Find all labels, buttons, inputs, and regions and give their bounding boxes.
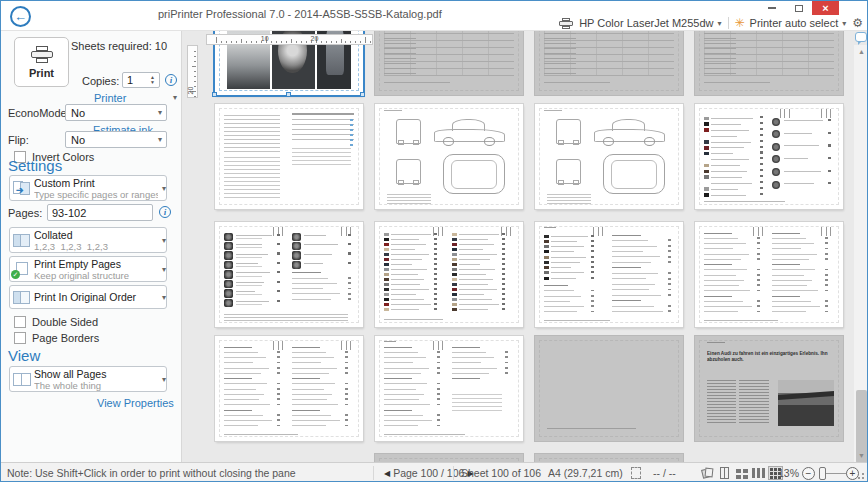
ruler-label: 20 [187, 86, 194, 94]
view-mode-combo[interactable]: Show all Pages The whole thing ▾ [9, 366, 167, 392]
page-thumbnail[interactable] [535, 222, 683, 327]
page-art [743, 469, 748, 473]
minimize-button[interactable] [758, 1, 785, 15]
page-art [711, 195, 746, 196]
pages-info-icon[interactable]: i [159, 206, 171, 218]
ruler-tick [336, 41, 337, 43]
ruler-tick [194, 81, 196, 82]
print-mode-combo[interactable]: ➔ Custom Print Type specific pages or ra… [9, 175, 167, 201]
book-view-icon[interactable] [701, 467, 714, 479]
multi-column-view-icon[interactable] [752, 467, 765, 479]
double-sided-checkbox[interactable]: Double Sided [14, 316, 98, 328]
vertical-scrollbar[interactable]: ▲ ▼ [854, 45, 868, 462]
economode-select[interactable]: No ▾ [65, 104, 167, 121]
page-art [505, 362, 508, 364]
page-thumbnail[interactable] [695, 104, 843, 209]
page-art [292, 261, 301, 269]
page-thumbnail[interactable] [375, 104, 523, 209]
page-thumbnail[interactable] [375, 31, 523, 95]
page-art [757, 468, 760, 478]
close-button[interactable]: × [812, 1, 839, 15]
page-art [774, 472, 777, 475]
page-art [345, 367, 348, 369]
page-art [544, 82, 611, 83]
page-thumbnail[interactable] [695, 31, 843, 95]
page-art [341, 341, 342, 349]
scroll-down-icon[interactable]: ▼ [854, 449, 868, 462]
single-page-view-icon[interactable] [718, 467, 731, 479]
page-thumbnail[interactable] [215, 222, 363, 327]
page-art [704, 243, 746, 244]
page-thumbnail[interactable] [375, 454, 523, 462]
copies-info-icon[interactable]: i [165, 74, 177, 86]
empty-pages-combo[interactable]: ✓ Print Empty Pages Keep original struct… [9, 256, 167, 282]
page-art [459, 299, 491, 300]
page-thumbnail[interactable] [215, 336, 363, 441]
page-art [772, 181, 780, 189]
page-thumbnail[interactable] [535, 336, 683, 441]
page-art [544, 235, 549, 238]
page-thumbnail[interactable] [695, 222, 843, 327]
selection-handle[interactable] [360, 92, 365, 97]
page-art [459, 244, 494, 245]
page-art [774, 468, 777, 471]
page-art [551, 262, 579, 263]
page-thumbnail[interactable] [215, 104, 363, 209]
page-thumbnail[interactable] [535, 454, 683, 462]
maximize-button[interactable] [785, 1, 812, 15]
page-art [789, 109, 790, 117]
page-order-title: Print In Original Order [34, 291, 158, 303]
ruler-label: 20 [311, 35, 319, 42]
print-button[interactable]: Print [14, 37, 69, 87]
crop-marks-icon[interactable] [631, 467, 641, 479]
chevron-down-icon[interactable]: ▾ [842, 19, 846, 28]
back-button[interactable]: ← [10, 6, 31, 27]
page-art [612, 278, 646, 279]
page-art [711, 171, 747, 172]
copies-stepper[interactable]: ▲▼ [150, 73, 155, 87]
collation-combo[interactable]: Collated 1,2,3 1,2,3 1,2,3 ▾ [9, 227, 167, 253]
view-properties-link[interactable]: View Properties [97, 397, 174, 409]
page-art [438, 341, 439, 349]
zoom-out-button[interactable]: − [802, 467, 815, 480]
page-art [668, 289, 671, 291]
page-art [544, 227, 556, 228]
zoom-level[interactable]: 13% [778, 463, 799, 482]
two-pages-view-icon[interactable] [735, 467, 748, 479]
page-art [236, 291, 255, 292]
page-art [434, 293, 437, 295]
page-art [705, 468, 714, 478]
preview-area[interactable]: Einen Audi zu fahren ist ein einzigartig… [182, 31, 868, 462]
scroll-up-icon[interactable]: ▲ [854, 45, 868, 58]
page-art [236, 294, 263, 295]
selection-handle[interactable] [212, 92, 217, 97]
page-thumbnail[interactable] [535, 104, 683, 209]
paper-size-indicator[interactable]: A4 (29.7,21 cm) [548, 463, 623, 482]
zoom-slider-handle[interactable] [819, 467, 826, 480]
page-art [277, 425, 280, 427]
page-art [384, 303, 389, 306]
page-art [704, 248, 733, 249]
selection-handle[interactable] [286, 92, 291, 97]
printer-select[interactable]: HP Color LaserJet M255dw [579, 17, 713, 29]
chevron-down-icon[interactable]: ▾ [717, 19, 721, 28]
page-art [452, 273, 457, 276]
page-thumbnail[interactable] [375, 336, 523, 441]
page-art [224, 362, 253, 363]
chevron-down-icon[interactable]: ▾ [173, 93, 177, 102]
page-thumbnail[interactable]: Einen Audi zu fahren ist ein einzigartig… [695, 336, 843, 441]
page-borders-checkbox[interactable]: Page Borders [14, 332, 99, 344]
page-thumbnail[interactable] [535, 31, 683, 95]
page-art [442, 341, 443, 349]
pages-range-input[interactable] [47, 204, 153, 221]
prev-page-button[interactable]: ◀ [381, 469, 393, 478]
page-art [459, 264, 480, 265]
page-thumbnail[interactable] [375, 222, 523, 327]
flip-select[interactable]: No ▾ [65, 131, 167, 148]
feedback-icon[interactable] [855, 32, 867, 42]
page-art [704, 259, 741, 260]
printer-mode-select[interactable]: Printer auto select [750, 17, 839, 29]
page-art [384, 420, 432, 421]
gear-icon[interactable]: ⚙ [852, 16, 863, 30]
page-order-combo[interactable]: Print In Original Order ▾ [9, 285, 167, 309]
